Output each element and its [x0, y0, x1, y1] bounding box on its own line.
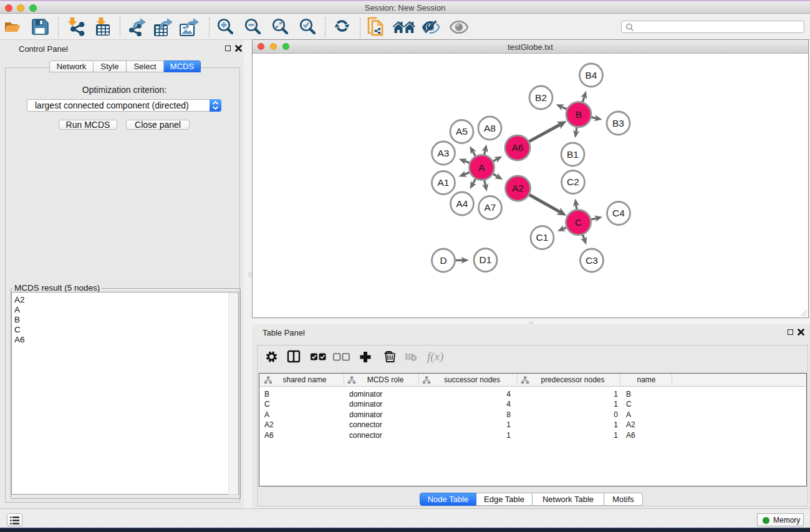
svg-text:D: D [440, 255, 446, 266]
svg-text:A: A [478, 162, 485, 173]
svg-text:B2: B2 [535, 92, 547, 103]
svg-text:D1: D1 [480, 254, 492, 265]
svg-text:B3: B3 [612, 118, 624, 128]
svg-text:A4: A4 [456, 198, 468, 209]
svg-text:A1: A1 [438, 177, 450, 188]
svg-text:A2: A2 [512, 183, 524, 193]
svg-text:C: C [575, 217, 582, 228]
svg-text:C3: C3 [586, 255, 598, 266]
svg-text:A5: A5 [456, 126, 468, 137]
svg-text:B1: B1 [567, 149, 579, 160]
svg-text:A3: A3 [438, 148, 450, 158]
svg-text:B4: B4 [586, 70, 597, 80]
svg-text:A7: A7 [485, 202, 496, 213]
svg-text:f(x): f(x) [427, 350, 443, 364]
svg-text:C2: C2 [567, 177, 579, 187]
svg-text:A8: A8 [484, 123, 496, 133]
svg-text:C1: C1 [536, 232, 549, 243]
svg-text:B: B [576, 109, 582, 120]
svg-text:C4: C4 [612, 208, 625, 218]
svg-text:A6: A6 [512, 142, 524, 153]
